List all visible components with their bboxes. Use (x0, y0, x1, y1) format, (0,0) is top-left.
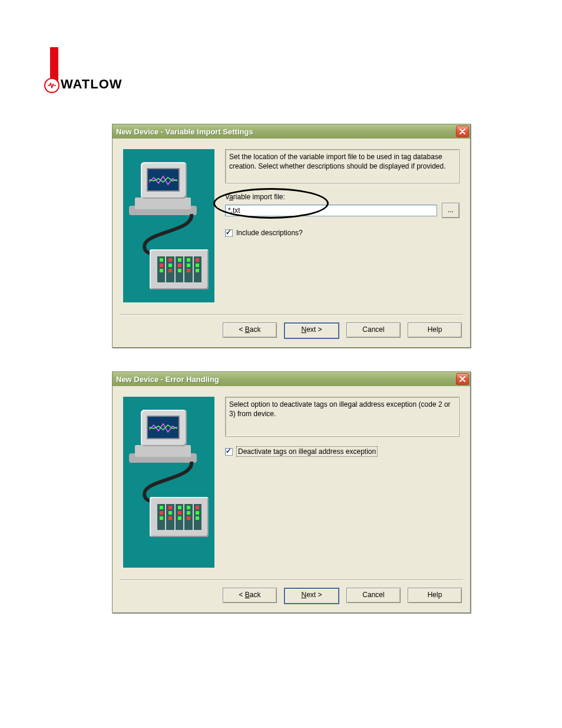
variable-import-file-input[interactable] (225, 205, 437, 216)
window-title: New Device - Error Handling (116, 375, 219, 384)
dialog-variable-import-settings: New Device - Variable Import Settings (112, 124, 471, 348)
window-title: New Device - Variable Import Settings (116, 127, 253, 136)
cancel-button[interactable]: Cancel (346, 322, 401, 338)
watlow-logo: WATLOW (44, 47, 121, 94)
next-button[interactable]: Next > (284, 322, 339, 339)
help-button[interactable]: Help (408, 322, 462, 338)
back-button[interactable]: < Back (223, 588, 277, 603)
titlebar[interactable]: New Device - Variable Import Settings (113, 124, 470, 139)
include-descriptions-checkbox-row[interactable]: Include descriptions? (225, 229, 459, 237)
include-descriptions-checkbox[interactable] (225, 229, 233, 237)
deactivate-tags-label: Deactivate tags on illegal address excep… (236, 446, 378, 457)
next-button[interactable]: Next > (284, 588, 339, 604)
cancel-button[interactable]: Cancel (346, 588, 401, 603)
instructions-text: Set the location of the variable import … (225, 149, 459, 183)
close-button[interactable] (456, 373, 469, 385)
back-button[interactable]: < Back (223, 322, 277, 338)
titlebar[interactable]: New Device - Error Handling (113, 372, 470, 386)
close-button[interactable] (456, 126, 469, 137)
instructions-text: Select option to deactivate tags on ille… (225, 397, 459, 437)
wizard-side-image (123, 397, 214, 568)
deactivate-tags-checkbox[interactable] (225, 448, 233, 456)
deactivate-tags-checkbox-row[interactable]: Deactivate tags on illegal address excep… (225, 446, 459, 457)
wizard-side-image (123, 149, 214, 302)
variable-import-file-label: Variable import file: (225, 193, 285, 201)
dialog-error-handling: New Device - Error Handling (112, 371, 471, 613)
help-button[interactable]: Help (408, 588, 462, 603)
include-descriptions-label: Include descriptions? (236, 229, 303, 237)
browse-button[interactable]: ... (442, 203, 459, 218)
